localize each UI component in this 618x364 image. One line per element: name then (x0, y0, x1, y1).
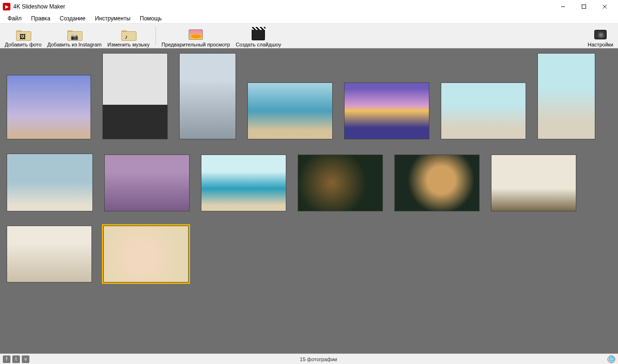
toolbar-separator (155, 27, 156, 46)
menu-help[interactable]: Помощь (135, 14, 166, 23)
globe-icon[interactable]: 🌐 (608, 355, 615, 363)
photo-city-image (180, 54, 236, 139)
add-photo-label: Добавить фото (5, 42, 42, 47)
photo-kneeling[interactable] (537, 53, 595, 139)
preview-button[interactable]: Предварительный просмотр (159, 25, 233, 47)
create-slideshow-button[interactable]: Создать слайдшоу (233, 25, 284, 47)
photo-ornament[interactable] (394, 155, 480, 211)
photo-ornament-image (395, 155, 479, 211)
statusbar: f t v 15 фотографии 🌐 (0, 354, 618, 364)
create-slideshow-label: Создать слайдшоу (236, 42, 281, 47)
menu-file[interactable]: Файл (3, 14, 27, 23)
settings-icon (593, 28, 608, 41)
toolbar: 🖼 Добавить фото 📷 Добавить из Instagram … (0, 24, 618, 48)
menu-edit[interactable]: Правка (27, 14, 55, 23)
facebook-icon[interactable]: f (3, 355, 10, 363)
photo-kneeling-image (538, 54, 595, 139)
photo-girl-room[interactable] (102, 53, 168, 139)
photo-sunset-image (345, 83, 429, 139)
photo-wedding-image (7, 226, 91, 282)
photo-sunset[interactable] (344, 82, 429, 139)
close-button[interactable] (594, 0, 615, 13)
preview-label: Предварительный просмотр (162, 42, 230, 47)
menu-create[interactable]: Создание (55, 14, 90, 23)
preview-icon (188, 28, 203, 41)
photo-beach-walk-image (248, 83, 332, 139)
photo-lifeguard[interactable] (7, 154, 93, 211)
photo-wedding[interactable] (7, 226, 92, 282)
folder-instagram-icon: 📷 (67, 28, 82, 41)
photo-rings[interactable] (491, 155, 576, 211)
photo-rings-image (491, 155, 576, 211)
social-links: f t v (3, 355, 29, 363)
photo-city[interactable] (179, 53, 236, 139)
photo-eiffel[interactable] (7, 75, 91, 139)
photo-turquoise[interactable] (441, 82, 526, 139)
titlebar: ▶ 4K Slideshow Maker (0, 0, 618, 13)
change-music-label: Изменить музыку (107, 42, 149, 47)
photo-family[interactable] (104, 155, 190, 211)
folder-photo-icon: 🖼 (16, 28, 31, 41)
photo-baby[interactable] (103, 226, 189, 282)
photo-eiffel-image (7, 75, 91, 139)
photo-family-image (105, 155, 189, 211)
twitter-icon[interactable]: t (12, 355, 20, 363)
settings-label: Настройки (588, 42, 613, 47)
photo-grid (7, 53, 611, 282)
photo-turquoise-image (441, 83, 526, 139)
vimeo-icon[interactable]: v (22, 355, 29, 363)
clapperboard-icon (251, 28, 266, 41)
photo-tree[interactable] (298, 155, 383, 211)
minimize-button[interactable] (553, 0, 573, 13)
add-instagram-label: Добавить из Instagram (47, 42, 102, 47)
maximize-button[interactable] (573, 0, 594, 13)
photo-beach-hat-image (201, 155, 286, 211)
add-instagram-button[interactable]: 📷 Добавить из Instagram (45, 25, 105, 47)
add-photo-button[interactable]: 🖼 Добавить фото (2, 25, 45, 47)
photo-beach-hat[interactable] (201, 155, 286, 211)
svg-rect-1 (582, 5, 586, 9)
status-count: 15 фотографии (29, 356, 608, 362)
photo-baby-image (104, 226, 188, 282)
change-music-button[interactable]: ♪ Изменить музыку (104, 25, 152, 47)
photo-lifeguard-image (7, 154, 92, 211)
settings-button[interactable]: Настройки (585, 25, 616, 47)
photo-tree-image (298, 155, 382, 211)
menu-tools[interactable]: Инструменты (90, 14, 135, 23)
folder-music-icon: ♪ (121, 28, 136, 41)
menubar: Файл Правка Создание Инструменты Помощь (0, 13, 618, 24)
photo-beach-walk[interactable] (247, 82, 333, 139)
photo-girl-room-image (103, 54, 167, 139)
app-icon: ▶ (3, 3, 10, 10)
photo-grid-area[interactable] (0, 48, 618, 354)
app-title: 4K Slideshow Maker (13, 3, 65, 10)
